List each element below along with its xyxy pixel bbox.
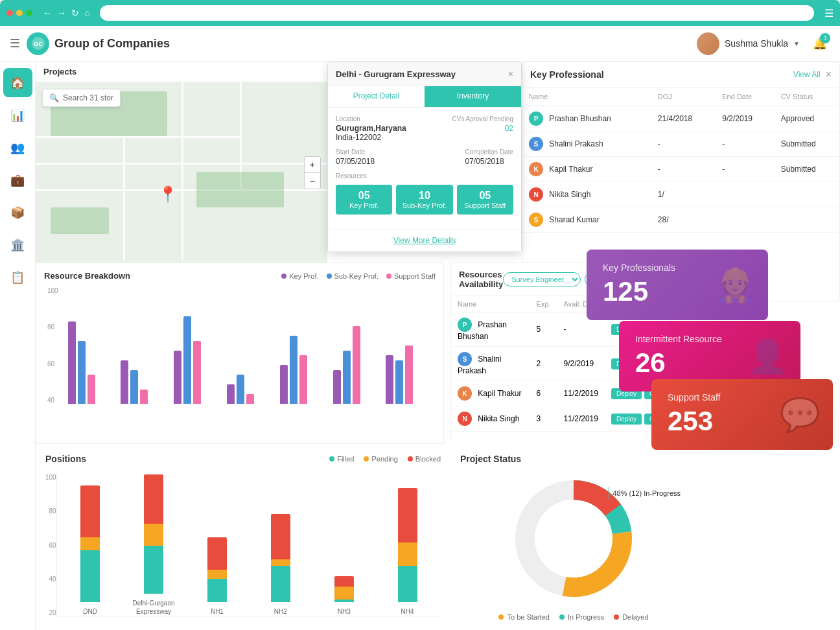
pending-segment xyxy=(80,537,100,550)
popup-body: Location Gurugram,Haryana India-122002 C… xyxy=(328,108,521,229)
pos-header: Positions Filled Pending Blocked xyxy=(45,454,441,464)
close-dot[interactable] xyxy=(6,10,13,16)
ps-label-progress: In Progress xyxy=(568,613,604,621)
map-zoom-controls[interactable]: + − xyxy=(304,156,321,189)
sidebar-item-users[interactable]: 👥 xyxy=(3,133,32,162)
sub-key-prof-button[interactable]: 10 Sub-Key Prof. xyxy=(396,185,452,215)
ps-dot-started xyxy=(498,614,504,620)
cvs-count: 02 xyxy=(452,124,513,133)
resource-buttons: 05 Key Prof. 10 Sub-Key Prof. 05 Support… xyxy=(336,185,513,215)
completion-date-value: 07/05/2018 xyxy=(465,157,513,166)
rb-chart-area: 100 80 60 40 xyxy=(44,287,436,404)
maximize-dot[interactable] xyxy=(26,10,32,16)
pos-legend: Filled Pending Blocked xyxy=(329,455,441,463)
filled-segment xyxy=(144,546,163,594)
ra-col-exp: Exp. xyxy=(530,296,557,312)
sub-key-prof-num: 10 xyxy=(399,190,450,202)
pos-chart-wrapper: 100 80 60 40 20 DNDDelhi-GurgaonExpressw… xyxy=(45,474,441,616)
legend-dot-filled xyxy=(329,456,334,461)
notification-bell[interactable]: 🔔 3 xyxy=(810,33,830,54)
map-search-box[interactable]: 🔍 Search 31 stor xyxy=(42,89,121,107)
forward-button[interactable]: → xyxy=(57,8,66,18)
ps-legend-started: To be Started xyxy=(498,613,549,621)
bar xyxy=(333,370,341,404)
chart-annotation: 48% (12) In-Progress xyxy=(609,487,681,500)
support-num: 05 xyxy=(460,190,511,202)
sidebar-item-home[interactable]: 🏠 xyxy=(3,68,32,97)
sidebar-item-briefcase[interactable]: 💼 xyxy=(3,165,32,194)
person-badge: P xyxy=(458,318,472,332)
person-badge: N xyxy=(458,412,472,426)
kp-close-icon[interactable]: × xyxy=(826,69,832,80)
person-badge: N xyxy=(529,187,543,202)
rb-y-axis: 100 80 60 40 xyxy=(44,287,62,404)
bar-group xyxy=(280,336,323,404)
hamburger-menu[interactable]: ☰ xyxy=(10,36,20,51)
sidebar-item-inventory[interactable]: 📦 xyxy=(3,198,32,227)
bar xyxy=(280,365,288,404)
resources-row: Resources 05 Key Prof. 10 Sub-Key Prof. xyxy=(336,172,513,215)
kp-status-cell: Submitted xyxy=(775,157,839,182)
bar xyxy=(193,341,201,404)
annotation-line: 48% (12) In-Progress xyxy=(609,487,681,500)
ra-exp-cell: 6 xyxy=(530,381,557,406)
minimize-dot[interactable] xyxy=(16,10,23,16)
legend-dot-ss xyxy=(386,274,391,279)
popup-tabs: Project Detail Inventory xyxy=(328,86,521,108)
kp-table-row: S Sharad Kumar 28/ xyxy=(522,207,839,233)
user-name: Sushma Shukla xyxy=(725,38,788,49)
kp-table-header: Name DOJ End Date CV Status xyxy=(522,88,839,106)
zoom-in-button[interactable]: + xyxy=(305,157,320,173)
stacked-bar xyxy=(80,485,100,602)
sidebar-item-analytics[interactable]: 📊 xyxy=(3,100,32,130)
support-staff-button[interactable]: 05 Support Staff xyxy=(457,185,513,215)
kp-stats-icon: 👷 xyxy=(715,266,755,304)
resource-breakdown: Resource Breakdown Key Prof. Sub-Key Pro… xyxy=(36,262,444,444)
main-layout: 🏠 📊 👥 💼 📦 🏛️ 📋 Projects xyxy=(0,62,840,630)
tab-inventory[interactable]: Inventory xyxy=(425,86,521,107)
zoom-out-button[interactable]: − xyxy=(305,173,320,189)
popup-close-button[interactable]: × xyxy=(508,69,513,79)
sidebar-item-institution[interactable]: 🏛️ xyxy=(3,230,32,259)
kp-name-cell: P Prashan Bhushan xyxy=(522,106,651,132)
kp-view-all[interactable]: View All xyxy=(793,70,821,79)
reload-button[interactable]: ↻ xyxy=(71,8,79,18)
project-status-title: Project Status xyxy=(460,454,687,464)
home-button[interactable]: ⌂ xyxy=(84,8,89,18)
view-more-button[interactable]: View More Details xyxy=(328,229,521,251)
map-pin[interactable] xyxy=(158,185,171,198)
browser-chrome: ← → ↻ ⌂ ☰ xyxy=(0,0,840,26)
popup-title: Delhi - Gurugram Expressway xyxy=(336,69,456,79)
sidebar-item-reports[interactable]: 📋 xyxy=(3,262,32,292)
back-button[interactable]: ← xyxy=(43,8,52,18)
pending-segment xyxy=(334,587,354,600)
start-date-label: Start Date xyxy=(336,148,375,156)
user-area[interactable]: Sushma Shukla ▼ xyxy=(697,32,800,55)
blocked-segment xyxy=(144,474,163,524)
user-avatar xyxy=(697,32,719,55)
tab-project-detail[interactable]: Project Detail xyxy=(328,86,425,107)
rb-header: Resource Breakdown Key Prof. Sub-Key Pro… xyxy=(44,271,436,281)
content-area: Projects xyxy=(36,62,840,630)
deploy-button[interactable]: Deploy xyxy=(611,414,642,425)
project-status-chart: 48% (12) In-Progress xyxy=(460,474,687,603)
map-background[interactable]: 🔍 Search 31 stor + − xyxy=(36,82,327,261)
bar-label: Delhi-GurgaonExpressway xyxy=(133,599,175,616)
key-prof-button[interactable]: 05 Key Prof. xyxy=(336,185,392,215)
bar xyxy=(68,321,76,404)
avatar-image xyxy=(697,32,719,55)
pos-bar-group: DND xyxy=(64,485,117,616)
ps-legend-delayed: Delayed xyxy=(614,613,648,621)
bar xyxy=(183,316,191,404)
search-text: Search 31 stor xyxy=(63,93,113,102)
completion-date-row: Completion Date 07/05/2018 xyxy=(465,148,513,166)
browser-menu-button[interactable]: ☰ xyxy=(824,7,834,19)
legend-label-kp: Key Prof. xyxy=(289,272,318,280)
ir-stats-icon: 👤 xyxy=(747,338,788,375)
survey-engineer-filter[interactable]: Survey Engineer xyxy=(503,272,581,286)
stacked-bar xyxy=(334,576,354,602)
bar xyxy=(405,345,413,404)
resources-label: Resources xyxy=(336,172,513,180)
legend-dot-skp xyxy=(327,274,332,279)
url-bar[interactable] xyxy=(100,5,814,21)
